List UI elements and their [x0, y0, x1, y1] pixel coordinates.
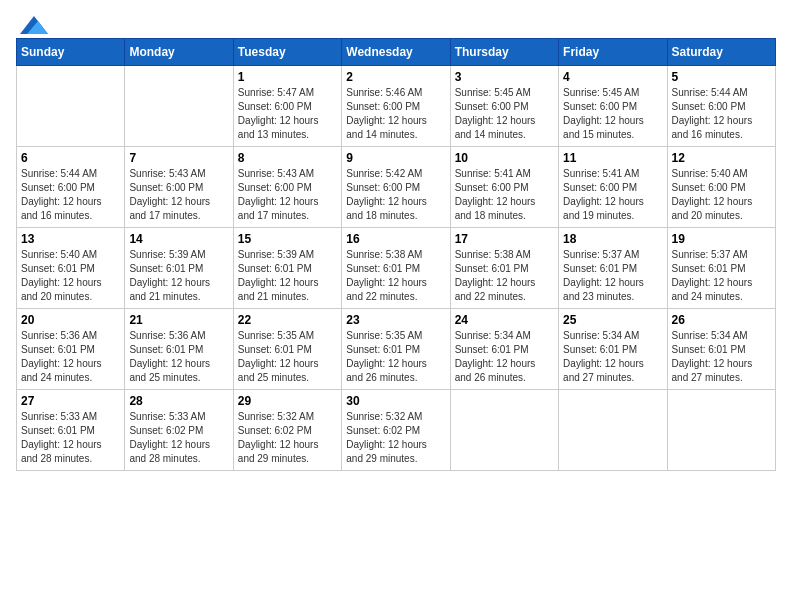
- day-info: Sunrise: 5:44 AM Sunset: 6:00 PM Dayligh…: [672, 86, 771, 142]
- day-number: 28: [129, 394, 228, 408]
- day-info: Sunrise: 5:34 AM Sunset: 6:01 PM Dayligh…: [455, 329, 554, 385]
- day-info: Sunrise: 5:36 AM Sunset: 6:01 PM Dayligh…: [21, 329, 120, 385]
- day-info: Sunrise: 5:37 AM Sunset: 6:01 PM Dayligh…: [563, 248, 662, 304]
- day-number: 18: [563, 232, 662, 246]
- calendar-week-row: 27Sunrise: 5:33 AM Sunset: 6:01 PM Dayli…: [17, 390, 776, 471]
- day-info: Sunrise: 5:41 AM Sunset: 6:00 PM Dayligh…: [563, 167, 662, 223]
- day-number: 20: [21, 313, 120, 327]
- calendar-cell: 14Sunrise: 5:39 AM Sunset: 6:01 PM Dayli…: [125, 228, 233, 309]
- day-number: 2: [346, 70, 445, 84]
- calendar-header-friday: Friday: [559, 39, 667, 66]
- day-number: 7: [129, 151, 228, 165]
- calendar-cell: 24Sunrise: 5:34 AM Sunset: 6:01 PM Dayli…: [450, 309, 558, 390]
- calendar-cell: 28Sunrise: 5:33 AM Sunset: 6:02 PM Dayli…: [125, 390, 233, 471]
- day-number: 4: [563, 70, 662, 84]
- calendar-cell: 12Sunrise: 5:40 AM Sunset: 6:00 PM Dayli…: [667, 147, 775, 228]
- day-info: Sunrise: 5:41 AM Sunset: 6:00 PM Dayligh…: [455, 167, 554, 223]
- day-number: 11: [563, 151, 662, 165]
- day-number: 10: [455, 151, 554, 165]
- day-info: Sunrise: 5:34 AM Sunset: 6:01 PM Dayligh…: [672, 329, 771, 385]
- day-info: Sunrise: 5:47 AM Sunset: 6:00 PM Dayligh…: [238, 86, 337, 142]
- calendar-cell: [450, 390, 558, 471]
- day-info: Sunrise: 5:35 AM Sunset: 6:01 PM Dayligh…: [238, 329, 337, 385]
- calendar-cell: 20Sunrise: 5:36 AM Sunset: 6:01 PM Dayli…: [17, 309, 125, 390]
- day-info: Sunrise: 5:40 AM Sunset: 6:00 PM Dayligh…: [672, 167, 771, 223]
- calendar-cell: 29Sunrise: 5:32 AM Sunset: 6:02 PM Dayli…: [233, 390, 341, 471]
- calendar-week-row: 6Sunrise: 5:44 AM Sunset: 6:00 PM Daylig…: [17, 147, 776, 228]
- calendar-cell: 21Sunrise: 5:36 AM Sunset: 6:01 PM Dayli…: [125, 309, 233, 390]
- calendar-cell: 4Sunrise: 5:45 AM Sunset: 6:00 PM Daylig…: [559, 66, 667, 147]
- calendar-cell: 25Sunrise: 5:34 AM Sunset: 6:01 PM Dayli…: [559, 309, 667, 390]
- calendar-cell: 30Sunrise: 5:32 AM Sunset: 6:02 PM Dayli…: [342, 390, 450, 471]
- day-number: 9: [346, 151, 445, 165]
- day-info: Sunrise: 5:34 AM Sunset: 6:01 PM Dayligh…: [563, 329, 662, 385]
- logo: [16, 16, 48, 30]
- logo-icon: [20, 16, 48, 34]
- calendar-header-wednesday: Wednesday: [342, 39, 450, 66]
- day-info: Sunrise: 5:32 AM Sunset: 6:02 PM Dayligh…: [238, 410, 337, 466]
- calendar-cell: [667, 390, 775, 471]
- day-number: 19: [672, 232, 771, 246]
- day-number: 13: [21, 232, 120, 246]
- day-number: 5: [672, 70, 771, 84]
- day-number: 29: [238, 394, 337, 408]
- calendar-header-row: SundayMondayTuesdayWednesdayThursdayFrid…: [17, 39, 776, 66]
- day-number: 6: [21, 151, 120, 165]
- day-info: Sunrise: 5:40 AM Sunset: 6:01 PM Dayligh…: [21, 248, 120, 304]
- calendar-cell: 8Sunrise: 5:43 AM Sunset: 6:00 PM Daylig…: [233, 147, 341, 228]
- day-number: 12: [672, 151, 771, 165]
- day-info: Sunrise: 5:33 AM Sunset: 6:01 PM Dayligh…: [21, 410, 120, 466]
- calendar-table: SundayMondayTuesdayWednesdayThursdayFrid…: [16, 38, 776, 471]
- day-number: 1: [238, 70, 337, 84]
- calendar-cell: 18Sunrise: 5:37 AM Sunset: 6:01 PM Dayli…: [559, 228, 667, 309]
- day-number: 8: [238, 151, 337, 165]
- day-info: Sunrise: 5:32 AM Sunset: 6:02 PM Dayligh…: [346, 410, 445, 466]
- calendar-cell: [17, 66, 125, 147]
- calendar-cell: 7Sunrise: 5:43 AM Sunset: 6:00 PM Daylig…: [125, 147, 233, 228]
- day-number: 21: [129, 313, 228, 327]
- calendar-cell: 22Sunrise: 5:35 AM Sunset: 6:01 PM Dayli…: [233, 309, 341, 390]
- calendar-header-tuesday: Tuesday: [233, 39, 341, 66]
- day-info: Sunrise: 5:45 AM Sunset: 6:00 PM Dayligh…: [563, 86, 662, 142]
- calendar-cell: 5Sunrise: 5:44 AM Sunset: 6:00 PM Daylig…: [667, 66, 775, 147]
- day-number: 26: [672, 313, 771, 327]
- day-number: 24: [455, 313, 554, 327]
- calendar-week-row: 13Sunrise: 5:40 AM Sunset: 6:01 PM Dayli…: [17, 228, 776, 309]
- calendar-cell: 6Sunrise: 5:44 AM Sunset: 6:00 PM Daylig…: [17, 147, 125, 228]
- calendar-cell: 2Sunrise: 5:46 AM Sunset: 6:00 PM Daylig…: [342, 66, 450, 147]
- day-info: Sunrise: 5:46 AM Sunset: 6:00 PM Dayligh…: [346, 86, 445, 142]
- day-number: 15: [238, 232, 337, 246]
- day-info: Sunrise: 5:33 AM Sunset: 6:02 PM Dayligh…: [129, 410, 228, 466]
- day-info: Sunrise: 5:39 AM Sunset: 6:01 PM Dayligh…: [238, 248, 337, 304]
- day-info: Sunrise: 5:45 AM Sunset: 6:00 PM Dayligh…: [455, 86, 554, 142]
- calendar-week-row: 20Sunrise: 5:36 AM Sunset: 6:01 PM Dayli…: [17, 309, 776, 390]
- calendar-header-thursday: Thursday: [450, 39, 558, 66]
- calendar-cell: 23Sunrise: 5:35 AM Sunset: 6:01 PM Dayli…: [342, 309, 450, 390]
- calendar-header-saturday: Saturday: [667, 39, 775, 66]
- day-number: 22: [238, 313, 337, 327]
- calendar-cell: [125, 66, 233, 147]
- day-info: Sunrise: 5:36 AM Sunset: 6:01 PM Dayligh…: [129, 329, 228, 385]
- calendar-cell: 27Sunrise: 5:33 AM Sunset: 6:01 PM Dayli…: [17, 390, 125, 471]
- calendar-cell: 1Sunrise: 5:47 AM Sunset: 6:00 PM Daylig…: [233, 66, 341, 147]
- calendar-cell: 15Sunrise: 5:39 AM Sunset: 6:01 PM Dayli…: [233, 228, 341, 309]
- calendar-cell: 9Sunrise: 5:42 AM Sunset: 6:00 PM Daylig…: [342, 147, 450, 228]
- day-number: 25: [563, 313, 662, 327]
- day-number: 17: [455, 232, 554, 246]
- day-info: Sunrise: 5:42 AM Sunset: 6:00 PM Dayligh…: [346, 167, 445, 223]
- day-info: Sunrise: 5:43 AM Sunset: 6:00 PM Dayligh…: [238, 167, 337, 223]
- day-info: Sunrise: 5:35 AM Sunset: 6:01 PM Dayligh…: [346, 329, 445, 385]
- page-header: [16, 16, 776, 30]
- day-number: 16: [346, 232, 445, 246]
- calendar-cell: 17Sunrise: 5:38 AM Sunset: 6:01 PM Dayli…: [450, 228, 558, 309]
- calendar-cell: 19Sunrise: 5:37 AM Sunset: 6:01 PM Dayli…: [667, 228, 775, 309]
- calendar-cell: [559, 390, 667, 471]
- calendar-cell: 3Sunrise: 5:45 AM Sunset: 6:00 PM Daylig…: [450, 66, 558, 147]
- calendar-cell: 26Sunrise: 5:34 AM Sunset: 6:01 PM Dayli…: [667, 309, 775, 390]
- calendar-cell: 11Sunrise: 5:41 AM Sunset: 6:00 PM Dayli…: [559, 147, 667, 228]
- day-number: 23: [346, 313, 445, 327]
- day-number: 3: [455, 70, 554, 84]
- day-info: Sunrise: 5:43 AM Sunset: 6:00 PM Dayligh…: [129, 167, 228, 223]
- day-info: Sunrise: 5:38 AM Sunset: 6:01 PM Dayligh…: [455, 248, 554, 304]
- day-info: Sunrise: 5:37 AM Sunset: 6:01 PM Dayligh…: [672, 248, 771, 304]
